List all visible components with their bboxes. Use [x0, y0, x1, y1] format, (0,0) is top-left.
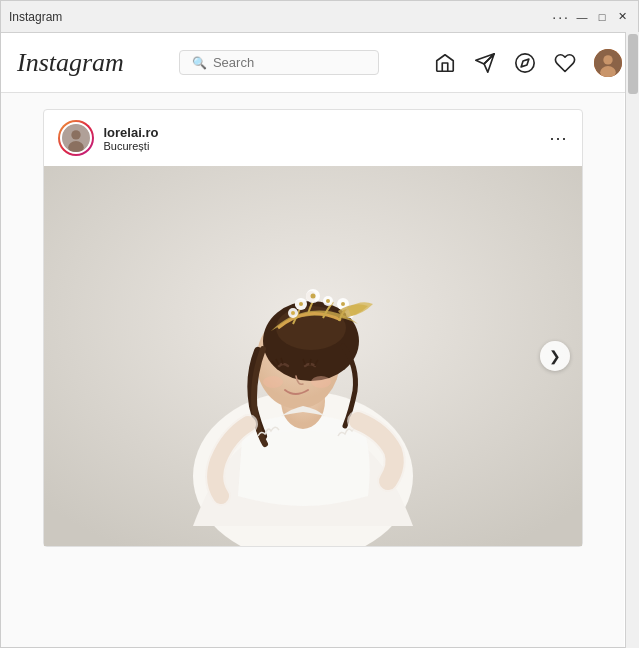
minimize-button[interactable]: — — [574, 9, 590, 25]
scrollbar[interactable] — [625, 32, 639, 648]
close-button[interactable]: ✕ — [614, 9, 630, 25]
svg-point-4 — [603, 55, 612, 64]
window-more-button[interactable]: ··· — [552, 9, 570, 25]
window-title: Instagram — [9, 10, 62, 24]
svg-point-1 — [516, 53, 534, 71]
heart-icon[interactable] — [554, 52, 576, 74]
svg-point-7 — [71, 130, 80, 139]
search-bar[interactable]: 🔍 — [179, 50, 379, 75]
home-icon[interactable] — [434, 52, 456, 74]
instagram-logo: Instagram — [17, 48, 124, 78]
send-icon[interactable] — [474, 52, 496, 74]
svg-point-26 — [310, 294, 315, 299]
post-location[interactable]: București — [104, 140, 159, 152]
title-bar: Instagram ··· — □ ✕ — [1, 1, 638, 33]
maximize-button[interactable]: □ — [594, 9, 610, 25]
post-avatar-inner — [60, 122, 92, 154]
svg-point-25 — [299, 302, 303, 306]
post-header-left: lorelai.ro București — [58, 120, 159, 156]
svg-point-29 — [341, 302, 345, 306]
post-card: lorelai.ro București ··· — [43, 109, 583, 547]
window-controls: ··· — □ ✕ — [552, 9, 630, 25]
search-icon: 🔍 — [192, 56, 207, 70]
svg-point-16 — [311, 376, 331, 388]
instagram-header: Instagram 🔍 — [1, 33, 638, 93]
main-content: lorelai.ro București ··· — [1, 93, 624, 647]
next-image-button[interactable]: ❯ — [540, 341, 570, 371]
search-input[interactable] — [213, 55, 366, 70]
post-avatar[interactable] — [58, 120, 94, 156]
svg-marker-2 — [521, 59, 529, 67]
post-user-info: lorelai.ro București — [104, 125, 159, 152]
post-header: lorelai.ro București ··· — [44, 110, 582, 166]
svg-point-15 — [263, 376, 283, 388]
scrollbar-thumb[interactable] — [628, 34, 638, 94]
nav-icons — [434, 49, 622, 77]
post-image — [44, 166, 582, 546]
post-username[interactable]: lorelai.ro — [104, 125, 159, 140]
post-more-button[interactable]: ··· — [549, 128, 567, 149]
explore-icon[interactable] — [514, 52, 536, 74]
user-avatar[interactable] — [594, 49, 622, 77]
post-image-container: ❯ — [44, 166, 582, 546]
svg-point-27 — [291, 311, 295, 315]
svg-point-28 — [326, 299, 330, 303]
